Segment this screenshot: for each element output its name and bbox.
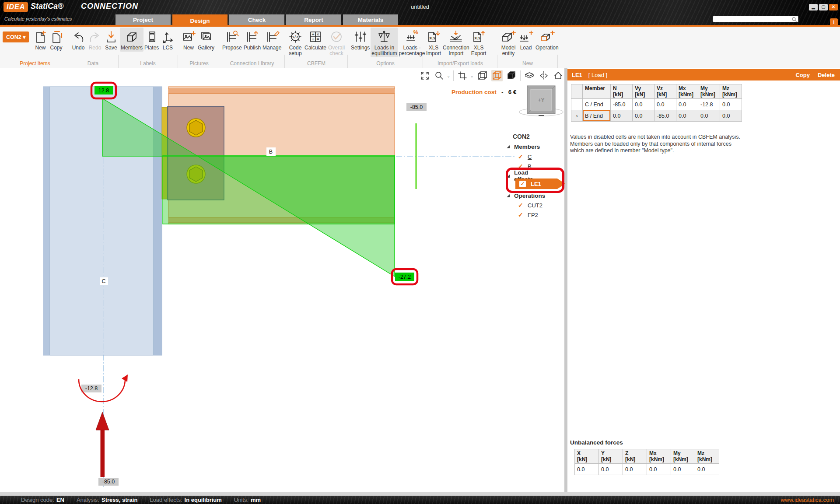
code-setup-button[interactable]: </> Codesetup [287,28,304,57]
load-effect-title: LE1 [572,72,582,78]
fit-to-view-button[interactable] [419,70,430,81]
app-tagline: Calculate yesterday's estimates [4,16,72,21]
checkbox-checked-icon[interactable]: ✓ [518,211,528,218]
connection-import-button[interactable]: ConnectionImport [442,28,470,57]
tab-design[interactable]: Design [172,14,228,27]
document-title: untitled [0,4,840,10]
transparent-view-button[interactable] [491,70,503,81]
checkbox-checked-icon[interactable]: ✓ [518,202,528,209]
tab-project[interactable]: Project [116,14,171,25]
force-arrow [96,412,109,477]
save-button[interactable]: Save [103,28,119,52]
labels-members-button[interactable]: Members [120,28,144,52]
member-cell[interactable]: C / End [583,99,611,110]
crop-view-button[interactable] [457,70,468,81]
minimize-button[interactable]: ▂ [809,4,818,10]
unbalanced-forces-title: Unbalanced forces [570,439,623,446]
new-load-icon [518,28,534,45]
loads-percentage-button[interactable]: % Loads -percentage [398,28,426,57]
overall-check-icon [329,28,344,45]
group-label-data: Data [70,60,116,66]
publish-icon [245,28,259,45]
panel-divider[interactable] [564,68,567,492]
group-label-project-items: Project items [4,60,66,66]
settings-button[interactable]: Settings [350,28,371,52]
status-units-label: Units: [234,497,248,503]
status-analysis-value: Stress, strain [102,497,137,503]
xls-export-button[interactable]: XLS XLSExport [470,28,487,57]
zoom-dropdown-chevron-icon[interactable]: ⌄ [447,74,450,78]
nav-cube[interactable]: +Y [519,86,563,116]
bottom-scroll-strip[interactable] [0,492,840,496]
svg-text:12.8: 12.8 [98,88,109,94]
checkbox-checked-icon[interactable]: ✓ [518,153,528,160]
zoom-button[interactable] [434,70,445,81]
crop-dropdown-chevron-icon[interactable]: ⌄ [470,74,473,78]
member-cell-selected[interactable]: B / End [583,110,611,122]
tree-item-c[interactable]: ✓ C [518,152,532,161]
collapse-triangle-icon[interactable] [507,145,510,148]
close-button[interactable]: ✕ [829,4,838,10]
delete-load-button[interactable]: Delete [818,72,835,78]
library-propose-button[interactable]: Propose [221,28,243,52]
model-viewport[interactable]: 12.8 -85.0 B C -27.2 -12.8 -85.0 [0,68,564,492]
tab-check[interactable]: Check [229,14,284,25]
solid-view-button[interactable] [506,70,517,81]
unbalanced-values-row: 0.0 0.0 0.0 0.0 0.0 0.0 [575,464,719,475]
project-item-selector[interactable]: CON2 ▾ [3,32,29,42]
tree-item-cut2[interactable]: ✓ CUT2 [518,200,542,210]
copy-load-button[interactable]: Copy [795,72,810,78]
group-label-options: Options [350,60,421,66]
svg-text:XLS: XLS [429,36,435,40]
new-load-button[interactable]: Load [517,28,535,52]
search-icon [791,17,797,22]
load-row-b-end[interactable]: › B / End 0.0 0.0 -85.0 0.0 0.0 0.0 [571,110,742,122]
svg-text:×: × [317,32,319,37]
gallery-icon [199,28,214,45]
library-publish-button[interactable]: Publish [243,28,262,52]
unbalanced-forces-table: X[kN] Y[kN] Z[kN] Mx[kNm] My[kNm] Mz[kNm… [574,449,719,475]
plate-icon [145,28,158,45]
group-label-new: New [500,60,556,66]
calculate-button[interactable]: +×÷= Calculate [304,28,327,52]
pictures-gallery-button[interactable]: Gallery [197,28,215,52]
search-input[interactable] [713,16,798,22]
svg-text:÷: ÷ [312,37,315,42]
load-table: Member N[kN] Vy[kN] Vz[kN] Mx[kNm] My[kN… [571,84,742,122]
home-view-button[interactable] [553,70,564,81]
load-effect-subtitle: [ Load ] [588,72,607,78]
undo-button[interactable]: Undo [70,28,87,52]
redo-icon [88,28,102,45]
row-marker: › [571,110,583,122]
copy-project-item-button[interactable]: Copy [48,28,64,52]
website-link[interactable]: www.ideastatica.com [781,497,834,503]
xls-import-button[interactable]: XLS XLSImport [425,28,442,57]
tree-item-fp2[interactable]: ✓ FP2 [518,210,538,220]
tree-root-con2[interactable]: CON2 [513,133,530,140]
tab-report[interactable]: Report [286,14,341,25]
status-bar: Design code:EN Analysis:Stress, strain L… [0,496,840,504]
collapse-triangle-icon[interactable] [507,194,510,197]
svg-text:+Y: +Y [538,97,544,103]
mirror-view-button[interactable] [538,70,550,81]
loads-in-equilibrium-button[interactable]: Loads inequilibrium [371,28,398,57]
tree-section-members[interactable]: Members [507,142,540,151]
redo-button: Redo [87,28,103,52]
section-view-button[interactable] [524,70,535,81]
pictures-new-button[interactable]: New [180,28,197,52]
new-project-item-button[interactable]: New [32,28,48,52]
labels-plates-button[interactable]: Plates [144,28,160,52]
tab-materials[interactable]: Materials [343,14,398,25]
xls-import-icon: XLS [426,28,441,45]
svg-text:XLS: XLS [474,36,480,40]
maximize-button[interactable]: ▢ [819,4,828,10]
info-button[interactable]: i [830,18,838,26]
load-row-c-end[interactable]: C / End -85.0 0.0 0.0 0.0 -12.8 0.0 [571,99,742,110]
library-manage-button[interactable]: Manage [262,28,282,52]
labels-lcs-button[interactable]: LCS [160,28,175,52]
wireframe-view-button[interactable] [477,70,488,81]
new-model-entity-button[interactable]: Modelentity [500,28,517,57]
connection-import-icon [448,28,464,45]
new-operation-icon [539,28,555,45]
new-operation-button[interactable]: Operation [535,28,560,52]
